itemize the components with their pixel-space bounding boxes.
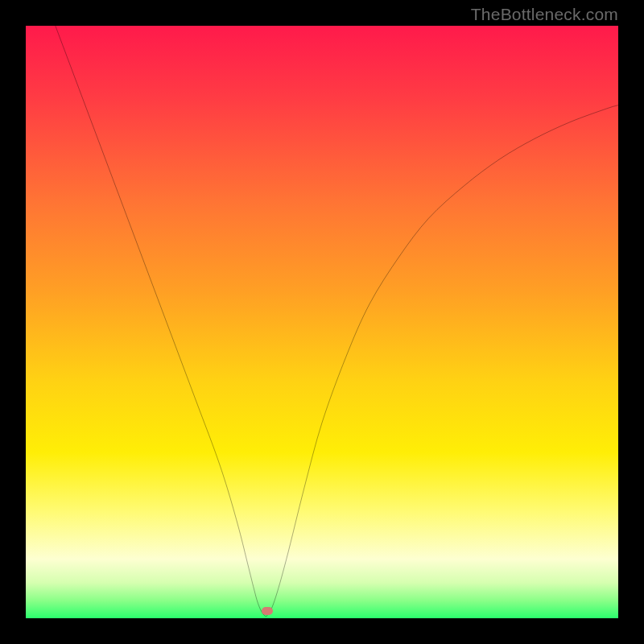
watermark-text: TheBottleneck.com xyxy=(471,5,618,24)
curve-layer xyxy=(26,26,618,618)
minimum-marker xyxy=(262,607,273,615)
bottleneck-curve xyxy=(56,26,618,616)
plot-area xyxy=(26,26,618,618)
chart-frame: TheBottleneck.com xyxy=(0,0,644,644)
